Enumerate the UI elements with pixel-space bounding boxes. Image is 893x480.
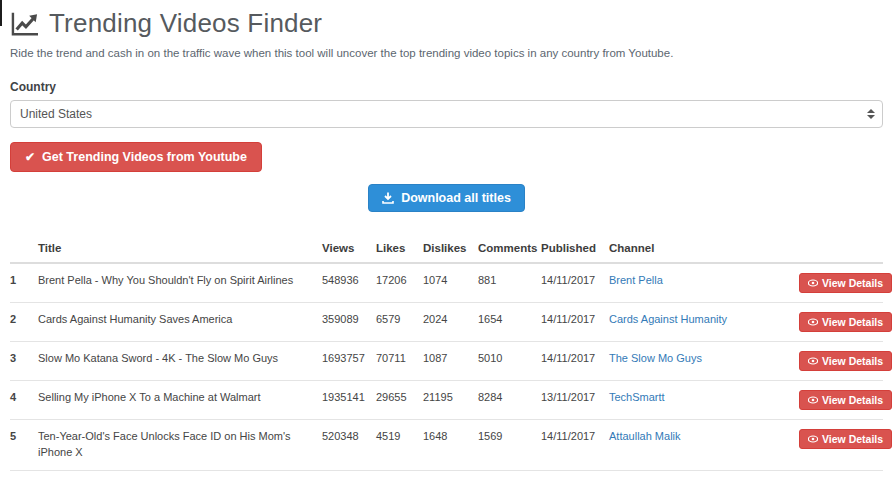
comments-cell: 8284 <box>478 381 541 420</box>
channel-link[interactable]: Attaullah Malik <box>609 430 681 442</box>
comments-cell: 881 <box>478 263 541 303</box>
video-title: Cards Against Humanity Saves America <box>38 303 322 342</box>
line-chart-icon <box>10 11 40 37</box>
channel-header: Channel <box>609 234 799 263</box>
country-label: Country <box>10 80 883 94</box>
likes-cell: 29655 <box>376 381 423 420</box>
row-rank: 1 <box>10 263 38 303</box>
dislikes-header: Dislikes <box>423 234 478 263</box>
comments-cell: 1569 <box>478 420 541 471</box>
page-header: Trending Videos Finder <box>10 8 883 39</box>
row-rank: 2 <box>10 303 38 342</box>
screenshot-edge-artifact <box>0 0 2 26</box>
channel-link[interactable]: Cards Against Humanity <box>609 313 727 325</box>
dislikes-cell: 21195 <box>423 381 478 420</box>
video-title: Brent Pella - Why You Shouldn't Fly on S… <box>38 263 322 303</box>
country-select[interactable]: United States <box>10 100 883 128</box>
table-row: 5 Ten-Year-Old's Face Unlocks Face ID on… <box>10 420 883 471</box>
comments-cell: 6198 <box>478 470 541 480</box>
view-details-button[interactable]: View Details <box>799 273 892 293</box>
published-cell: 14/11/2017 <box>541 420 609 471</box>
views-cell: 520348 <box>322 420 376 471</box>
eye-icon <box>808 435 818 443</box>
video-title: Slow Mo Katana Sword - 4K - The Slow Mo … <box>38 342 322 381</box>
view-details-label: View Details <box>822 277 883 289</box>
table-row: 1 Brent Pella - Why You Shouldn't Fly on… <box>10 263 883 303</box>
comments-cell: 1654 <box>478 303 541 342</box>
published-cell: 14/11/2017 <box>541 263 609 303</box>
view-details-label: View Details <box>822 355 883 367</box>
video-title: Ten-Year-Old's Face Unlocks Face ID on H… <box>38 420 322 471</box>
dislikes-cell: 481 <box>423 470 478 480</box>
rank-header <box>10 234 38 263</box>
trending-videos-finder-page: Trending Videos Finder Ride the trend an… <box>0 0 893 480</box>
get-trending-videos-button[interactable]: ✔ Get Trending Videos from Youtube <box>10 142 262 172</box>
view-details-label: View Details <box>822 316 883 328</box>
check-icon: ✔ <box>25 151 35 163</box>
row-rank: 4 <box>10 381 38 420</box>
likes-cell: 70711 <box>376 342 423 381</box>
views-header: Views <box>322 234 376 263</box>
video-title: Selling My iPhone X To a Machine at Walm… <box>38 381 322 420</box>
page-subtitle: Ride the trend and cash in on the traffi… <box>10 47 883 59</box>
eye-icon <box>808 318 818 326</box>
row-rank: 3 <box>10 342 38 381</box>
eye-icon <box>808 279 818 287</box>
page-title: Trending Videos Finder <box>49 8 322 39</box>
comments-header: Comments <box>478 234 541 263</box>
comments-cell: 5010 <box>478 342 541 381</box>
download-all-titles-label: Download all titles <box>401 191 511 205</box>
published-header: Published <box>541 234 609 263</box>
channel-link[interactable]: The Slow Mo Guys <box>609 352 702 364</box>
likes-cell: 17206 <box>376 263 423 303</box>
table-header-row: Title Views Likes Dislikes Comments Publ… <box>10 234 883 263</box>
download-icon <box>382 192 394 204</box>
title-header: Title <box>38 234 322 263</box>
view-details-label: View Details <box>822 394 883 406</box>
dislikes-cell: 1648 <box>423 420 478 471</box>
likes-cell: 6579 <box>376 303 423 342</box>
get-trending-videos-label: Get Trending Videos from Youtube <box>42 150 247 164</box>
channel-link[interactable]: TechSmartt <box>609 391 665 403</box>
likes-cell: 4519 <box>376 420 423 471</box>
download-row: Download all titles <box>10 184 883 212</box>
view-details-button[interactable]: View Details <box>799 351 892 371</box>
published-cell: 14/11/2017 <box>541 342 609 381</box>
trending-videos-table: Title Views Likes Dislikes Comments Publ… <box>10 234 883 480</box>
likes-header: Likes <box>376 234 423 263</box>
views-cell: 1693757 <box>322 342 376 381</box>
download-all-titles-button[interactable]: Download all titles <box>368 184 525 212</box>
channel-link[interactable]: Brent Pella <box>609 274 663 286</box>
views-cell: 548936 <box>322 263 376 303</box>
table-row: 2 Cards Against Humanity Saves America 3… <box>10 303 883 342</box>
dislikes-cell: 1074 <box>423 263 478 303</box>
row-rank: 6 <box>10 470 38 480</box>
view-details-button[interactable]: View Details <box>799 390 892 410</box>
video-title: How I Trained My Cats <box>38 470 322 480</box>
table-row: 4 Selling My iPhone X To a Machine at Wa… <box>10 381 883 420</box>
details-header <box>799 234 883 263</box>
views-cell: 359089 <box>322 303 376 342</box>
dislikes-cell: 2024 <box>423 303 478 342</box>
eye-icon <box>808 357 818 365</box>
row-rank: 5 <box>10 420 38 471</box>
view-details-label: View Details <box>822 433 883 445</box>
published-cell: 14/11/2017 <box>541 303 609 342</box>
eye-icon <box>808 396 818 404</box>
view-details-button[interactable]: View Details <box>799 429 892 449</box>
published-cell: 13/11/2017 <box>541 381 609 420</box>
views-cell: 1935141 <box>322 381 376 420</box>
likes-cell: 100698 <box>376 470 423 480</box>
views-cell: 1093274 <box>322 470 376 480</box>
table-row: 6 How I Trained My Cats 1093274 100698 4… <box>10 470 883 480</box>
country-form-group: Country United States <box>10 80 883 128</box>
view-details-button[interactable]: View Details <box>799 312 892 332</box>
dislikes-cell: 1087 <box>423 342 478 381</box>
published-cell: 14/11/2017 <box>541 470 609 480</box>
table-row: 3 Slow Mo Katana Sword - 4K - The Slow M… <box>10 342 883 381</box>
